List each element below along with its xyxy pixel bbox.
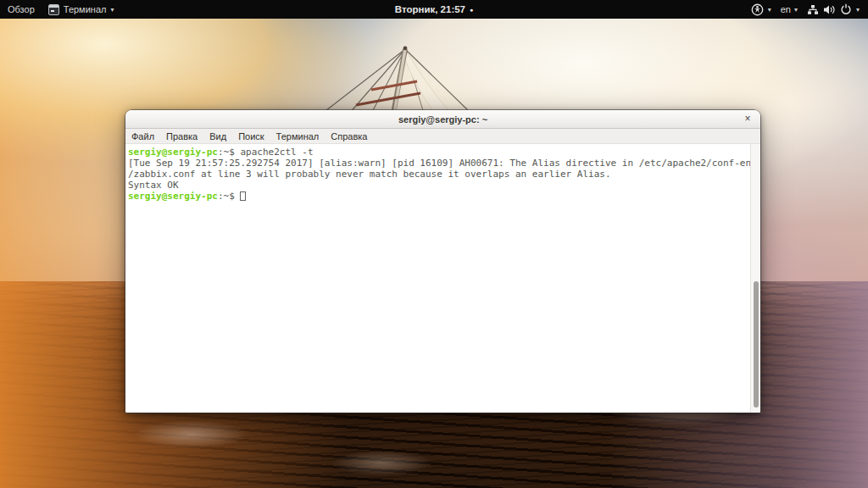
prompt-user: sergiy@sergiy-pc (128, 147, 218, 158)
terminal-output-area[interactable]: sergiy@sergiy-pc:~$ apache2ctl -t [Tue S… (125, 144, 760, 413)
output-line: [Tue Sep 19 21:57:25.292754 2017] [alias… (128, 158, 747, 169)
keyboard-layout-menu[interactable]: en ▾ (781, 4, 798, 14)
volume-icon (823, 4, 836, 15)
app-menu-label: Терминал (64, 4, 107, 14)
chevron-down-icon: ▾ (768, 6, 771, 14)
clock-button[interactable]: Вторник, 21:57 ● (395, 4, 474, 14)
command-line: sergiy@sergiy-pc:~$ apache2ctl -t (128, 147, 747, 158)
terminal-cursor (240, 191, 246, 201)
menu-file[interactable]: Файл (131, 131, 154, 141)
top-bar: Обзор Терминал ▾ Вторник, 21:57 ● ▾ en (0, 0, 868, 19)
menu-help[interactable]: Справка (331, 131, 367, 141)
window-title: sergiy@sergiy-pc: ~ (398, 114, 487, 125)
scrollbar-thumb[interactable] (754, 281, 759, 408)
accessibility-icon (751, 3, 764, 16)
window-titlebar[interactable]: sergiy@sergiy-pc: ~ × (125, 110, 760, 129)
prompt-path: :~$ (218, 147, 241, 158)
keyboard-layout-label: en (781, 4, 791, 14)
chevron-down-icon: ▾ (856, 6, 860, 14)
clock-label: Вторник, 21:57 (395, 4, 465, 14)
power-icon (840, 3, 852, 15)
terminal-app-icon (48, 4, 59, 15)
menu-view[interactable]: Вид (209, 131, 226, 141)
terminal-window: sergiy@sergiy-pc: ~ × Файл Правка Вид По… (125, 110, 760, 413)
menu-search[interactable]: Поиск (238, 131, 264, 141)
output-line: /zabbix.conf at line 3 will probably nev… (128, 169, 747, 180)
close-button[interactable]: × (741, 111, 754, 126)
prompt-line: sergiy@sergiy-pc:~$ (128, 191, 747, 202)
sailboat-mast-graphic (305, 19, 509, 114)
app-menu-terminal[interactable]: Терминал ▾ (48, 4, 114, 15)
notification-dot: ● (470, 7, 473, 13)
menu-edit[interactable]: Правка (166, 131, 198, 141)
activities-button[interactable]: Обзор (8, 4, 35, 14)
menu-terminal[interactable]: Терминал (276, 131, 320, 141)
scrollbar-track[interactable] (750, 144, 760, 413)
prompt-path: :~$ (218, 191, 241, 202)
chevron-down-icon: ▾ (794, 6, 798, 14)
command-text: apache2ctl -t (240, 147, 313, 158)
wired-network-icon (807, 4, 819, 15)
system-menu[interactable]: ▾ (807, 3, 860, 15)
accessibility-menu[interactable]: ▾ (751, 3, 771, 16)
output-line: Syntax OK (128, 180, 747, 191)
chevron-down-icon: ▾ (110, 6, 114, 14)
desktop: Обзор Терминал ▾ Вторник, 21:57 ● ▾ en (0, 0, 868, 488)
menu-bar: Файл Правка Вид Поиск Терминал Справка (125, 129, 760, 144)
prompt-user: sergiy@sergiy-pc (128, 191, 218, 202)
